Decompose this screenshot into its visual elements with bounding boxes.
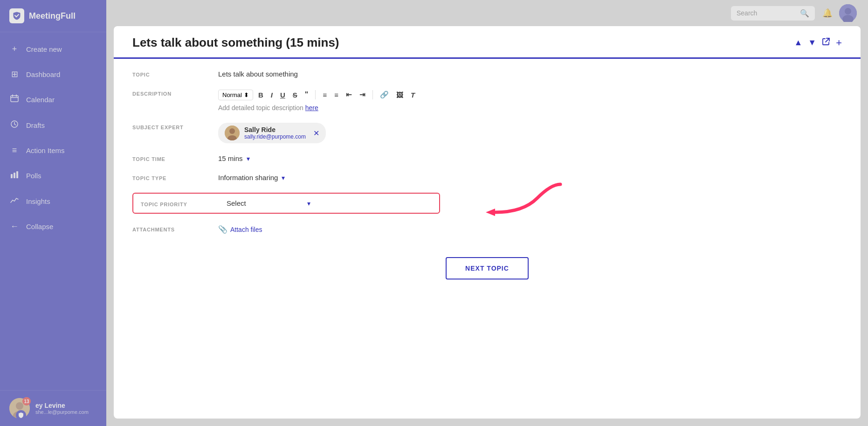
sidebar-item-action-items[interactable]: ≡ Action Items [0,138,106,163]
chevron-down-icon: ▾ [298,200,310,207]
unordered-list-button[interactable]: ≡ [332,90,341,100]
user-email: she...le@purpome.com [35,409,89,415]
link-button[interactable]: 🔗 [378,89,391,100]
header-nav-icons: ▲ ▼ + [794,37,842,49]
svg-marker-18 [486,209,495,216]
expert-name: Sally Ride [244,126,306,133]
topic-value: Lets talk about something [218,70,842,78]
notification-badge: 13 [22,397,31,405]
sidebar: MeetingFull + Create new ⊞ Dashboard Cal… [0,0,106,426]
next-topic-button[interactable]: NEXT TOPIC [446,257,529,279]
sidebar-logo: MeetingFull [0,0,106,32]
description-editor: Normal ⬍ B I U S " ≡ ≡ ⇤ ⇥ [218,89,842,112]
topic-type-dropdown[interactable]: Information sharing ▾ [218,174,285,182]
topic-type-value: Information sharing [218,174,278,182]
svg-point-9 [16,402,23,410]
chevron-down-icon: ▾ [247,155,250,162]
svg-line-14 [826,38,829,42]
topbar: 🔍 🔔 [106,0,868,26]
indent-button[interactable]: ⇤ [344,89,354,100]
sidebar-item-label: Action Items [26,147,65,154]
svg-rect-5 [11,174,13,178]
toolbar-divider [315,90,316,99]
sidebar-item-polls[interactable]: Polls [0,163,106,189]
topic-time-value: 15 mins [218,154,243,162]
expert-info: Sally Ride sally.ride@purpome.com [244,126,306,140]
logo-icon [9,8,24,23]
sidebar-item-collapse[interactable]: ← Collapse [0,214,106,239]
sidebar-item-dashboard[interactable]: ⊞ Dashboard [0,62,106,87]
search-input[interactable] [737,9,796,17]
topic-time-dropdown[interactable]: 15 mins ▾ [218,154,250,162]
calendar-icon [9,94,20,105]
quote-button[interactable]: " [303,89,311,100]
style-select[interactable]: Normal ⬍ [218,90,253,100]
polls-icon [9,170,20,181]
svg-point-16 [229,128,235,134]
plus-icon: + [9,44,20,54]
topic-priority-dropdown[interactable]: Select ▾ [227,199,310,207]
topic-type-row: TOPIC TYPE Information sharing ▾ [132,174,842,182]
topic-time-row: TOPIC TIME 15 mins ▾ [132,154,842,162]
strikethrough-button[interactable]: S [290,90,300,100]
chevron-down-icon[interactable]: ▼ [808,38,816,48]
description-toolbar: Normal ⬍ B I U S " ≡ ≡ ⇤ ⇥ [218,89,842,100]
topic-priority-row: TOPIC PRIORITY Select ▾ [132,193,440,214]
description-label: DESCRIPTION [132,89,207,97]
image-button[interactable]: 🖼 [394,90,406,100]
sidebar-item-drafts[interactable]: Drafts [0,112,106,138]
attach-files-button[interactable]: 📎 Attach files [218,225,262,234]
main-content: 🔍 🔔 Lets talk about something (15 mins) … [106,0,868,426]
sidebar-nav: + Create new ⊞ Dashboard Calendar [0,32,106,390]
chevron-up-icon[interactable]: ▲ [794,38,802,48]
sidebar-item-label: Insights [26,197,50,205]
expert-email: sally.ride@purpome.com [244,133,306,140]
outdent-button[interactable]: ⇥ [357,89,368,100]
description-link[interactable]: here [305,104,318,112]
bold-button[interactable]: B [256,90,266,100]
sidebar-item-insights[interactable]: Insights [0,189,106,214]
underline-button[interactable]: U [278,90,288,100]
svg-rect-0 [11,96,18,102]
sidebar-item-label: Calendar [26,96,55,104]
plus-icon[interactable]: + [836,37,842,49]
expert-avatar [225,126,240,140]
search-box[interactable]: 🔍 [731,6,815,21]
sidebar-item-label: Drafts [26,121,45,129]
topic-label: TOPIC [132,70,207,77]
chevron-down-icon: ▾ [282,174,285,182]
user-topbar-avatar[interactable] [839,4,857,22]
sidebar-item-label: Polls [26,172,41,180]
notification-icon[interactable]: 🔔 [822,8,833,18]
expert-chip: Sally Ride sally.ride@purpome.com ✕ [218,123,326,143]
svg-point-12 [845,8,851,14]
ordered-list-button[interactable]: ≡ [320,90,329,100]
action-items-icon: ≡ [9,146,20,155]
attachments-label: ATTACHMENTS [132,225,207,232]
sidebar-item-calendar[interactable]: Calendar [0,87,106,112]
description-placeholder[interactable]: Add detailed topic description here [218,104,842,112]
subject-expert-label: SUBJECT EXPERT [132,123,207,130]
external-link-icon[interactable] [822,37,830,48]
style-select-chevron: ⬍ [244,91,249,98]
toolbar-divider-2 [372,90,373,99]
topic-title: Lets talk about something (15 mins) [132,35,339,50]
drafts-icon [9,120,20,131]
app-name: MeetingFull [29,11,76,21]
topbar-icons: 🔔 [822,4,857,22]
expert-remove-button[interactable]: ✕ [313,129,319,138]
user-info: ey Levine she...le@purpome.com [35,402,89,415]
svg-rect-7 [16,171,18,178]
sidebar-item-label: Collapse [26,223,53,230]
topic-priority-value: Select [227,199,246,207]
attach-files-label: Attach files [230,226,262,233]
attach-icon: 📎 [218,225,227,234]
collapse-icon: ← [9,222,20,231]
svg-rect-6 [14,173,15,178]
sidebar-item-create-new[interactable]: + Create new [0,37,106,62]
topic-time-label: TOPIC TIME [132,154,207,162]
clear-format-button[interactable]: T [408,90,417,100]
italic-button[interactable]: I [269,90,275,100]
search-icon: 🔍 [800,9,809,18]
button-container: NEXT TOPIC [132,248,842,279]
